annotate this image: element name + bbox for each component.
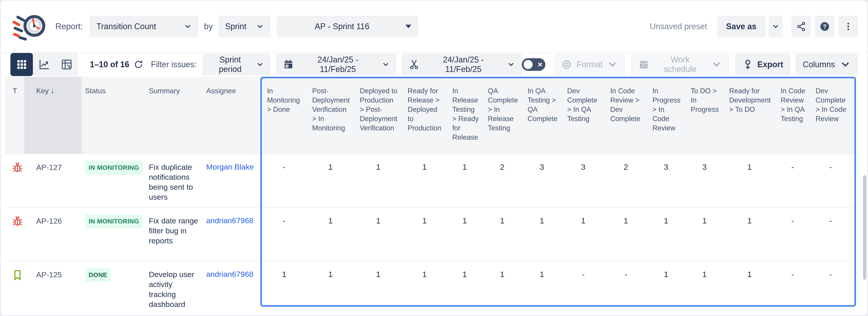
date-range-dropdown[interactable]: 24/Jan/25 - 11/Feb/25 xyxy=(276,54,396,75)
column-header-transition[interactable]: In Code Review > Dev Complete xyxy=(605,77,647,154)
transition-count-cell: 1 xyxy=(354,261,402,309)
transition-count-cell: 1 xyxy=(402,207,447,261)
column-header-transition[interactable]: In Progress > In Code Review xyxy=(647,77,685,154)
chevron-down-icon xyxy=(711,59,722,70)
transition-count-cell: 1 xyxy=(354,154,402,207)
report-type-value: Transition Count xyxy=(96,22,156,31)
transition-count-cell: 1 xyxy=(262,261,307,309)
top-bar: Report: Transition Count by Sprint AP - … xyxy=(0,0,868,52)
transition-count-cell: 1 xyxy=(685,207,724,261)
story-icon xyxy=(11,278,24,282)
column-header-transition[interactable]: Ready for Development > To DO xyxy=(724,77,775,154)
transition-count-cell: - xyxy=(810,207,851,261)
issue-row-AP-126: AP-126IN MONITORINGFix date range filter… xyxy=(5,207,856,261)
issue-key: AP-125 xyxy=(24,261,81,309)
bug-icon xyxy=(11,224,24,228)
column-header-transition[interactable]: In Release Testing > Ready for Release xyxy=(447,77,483,154)
save-options-chevron-button[interactable] xyxy=(769,15,783,37)
transition-count-cell: 1 xyxy=(522,207,562,261)
issue-summary: Fix duplicate notifications being sent t… xyxy=(147,154,204,207)
column-header-assignee[interactable]: Assignee xyxy=(204,77,261,154)
kebab-menu-button[interactable] xyxy=(839,15,858,37)
vertical-scrollbar-thumb[interactable] xyxy=(863,175,866,280)
toggle-knob xyxy=(524,60,533,69)
column-header-key[interactable]: Key ↓ xyxy=(24,77,81,154)
bug-icon xyxy=(11,171,24,175)
column-header-transition[interactable]: Post-Deployment Verification > In Monito… xyxy=(307,77,354,154)
transition-count-cell: 1 xyxy=(447,154,483,207)
export-button[interactable]: Export xyxy=(735,54,790,75)
help-button[interactable]: ? xyxy=(815,15,834,37)
column-header-transition[interactable]: In Monitoring > Done xyxy=(262,77,307,154)
transition-count-cell: 1 xyxy=(354,207,402,261)
chevron-down-icon xyxy=(256,23,264,30)
pivot-view-button[interactable] xyxy=(56,53,78,76)
transition-count-cell: 2 xyxy=(605,154,647,207)
columns-dropdown[interactable]: Columns xyxy=(796,54,858,75)
filter-period-value: Sprint period xyxy=(209,55,251,74)
column-header-summary[interactable]: Summary xyxy=(147,77,204,154)
transition-count-cell: 1 xyxy=(447,207,483,261)
sprint-dropdown[interactable]: AP - Sprint 116 xyxy=(277,15,418,37)
issue-row-AP-125: AP-125DONEDevelop user activity tracking… xyxy=(5,261,856,309)
svg-text:?: ? xyxy=(823,23,827,30)
column-header-t[interactable]: T xyxy=(5,77,24,154)
transition-count-cell: 3 xyxy=(685,154,724,207)
transition-count-cell: 3 xyxy=(647,154,685,207)
chevron-down-icon xyxy=(184,23,192,30)
column-header-transition[interactable]: In Code Review > In QA Testing xyxy=(775,77,810,154)
transition-count-cell: - xyxy=(775,154,810,207)
date-range-value: 24/Jan/25 - 11/Feb/25 xyxy=(299,55,377,74)
refresh-icon[interactable] xyxy=(133,59,144,70)
column-header-transition[interactable]: Ready for Release > Deployed to Producti… xyxy=(402,77,447,154)
group-by-value: Sprint xyxy=(225,22,246,31)
filter-period-dropdown[interactable]: Sprint period xyxy=(202,54,271,75)
transition-count-cell: 1 xyxy=(483,261,522,309)
view-switcher xyxy=(10,53,78,76)
share-button[interactable] xyxy=(792,15,811,37)
save-as-button[interactable]: Save as xyxy=(717,15,766,37)
chevron-down-icon xyxy=(256,61,264,68)
trim-range-dropdown[interactable]: 24/Jan/25 - 11/Feb/25 xyxy=(402,54,522,75)
transition-count-cell: 2 xyxy=(483,154,522,207)
format-toggle[interactable] xyxy=(522,58,545,71)
pagination-text: 1–10 of 16 xyxy=(90,60,129,69)
app-logo-clock-icon xyxy=(12,10,48,43)
column-header-transition[interactable]: Deployed to Production > Post-Deployment… xyxy=(354,77,402,154)
transition-count-cell: - xyxy=(605,261,647,309)
table-view-button[interactable] xyxy=(10,53,33,76)
transition-count-cell: 1 xyxy=(402,154,447,207)
assignee-link[interactable]: Morgan Blake xyxy=(206,163,254,171)
column-header-transition[interactable]: Dev Complete > In Code Review xyxy=(810,77,851,154)
report-type-dropdown[interactable]: Transition Count xyxy=(90,15,198,37)
column-header-transition[interactable]: In QA Testing > QA Complete xyxy=(522,77,562,154)
by-label: by xyxy=(204,22,213,31)
column-header-transition[interactable]: In Progress > Dev Complete xyxy=(851,77,856,154)
line-chart-icon xyxy=(38,59,50,70)
chart-view-button[interactable] xyxy=(33,53,55,76)
report-table-zone: TKey ↓StatusSummaryAssigneeIn Monitoring… xyxy=(5,77,856,309)
column-header-transition[interactable]: QA Complete > In Release Testing xyxy=(483,77,522,154)
format-dropdown[interactable]: Format xyxy=(554,54,625,75)
transition-count-cell: 3 xyxy=(522,154,562,207)
chevron-down-icon xyxy=(607,59,618,70)
transition-count-cell: 1 xyxy=(307,261,354,309)
assignee-link[interactable]: andrian67968 xyxy=(206,216,253,225)
transition-count-table: TKey ↓StatusSummaryAssigneeIn Monitoring… xyxy=(5,77,856,309)
transition-count-cell: 1 xyxy=(724,207,775,261)
column-header-status[interactable]: Status xyxy=(82,77,147,154)
toolbar: 1–10 of 16 Filter issues: Sprint period … xyxy=(0,53,868,76)
chevron-down-icon xyxy=(840,59,851,70)
issue-key: AP-127 xyxy=(24,154,81,207)
assignee-link[interactable]: andrian67968 xyxy=(206,270,253,278)
work-schedule-dropdown[interactable]: Work schedule xyxy=(631,54,729,75)
column-header-transition[interactable]: Dev Complete > In QA Testing xyxy=(562,77,605,154)
trim-range-value: 24/Jan/25 - 11/Feb/25 xyxy=(425,55,502,74)
column-header-transition[interactable]: To DO > In Progress xyxy=(685,77,724,154)
transition-count-cell: - xyxy=(775,207,810,261)
report-label: Report: xyxy=(55,22,83,31)
group-by-dropdown[interactable]: Sprint xyxy=(218,15,271,37)
status-badge: IN MONITORING xyxy=(85,161,143,175)
calendar-clock-icon xyxy=(283,59,294,70)
transition-count-cell: 1 xyxy=(647,207,685,261)
